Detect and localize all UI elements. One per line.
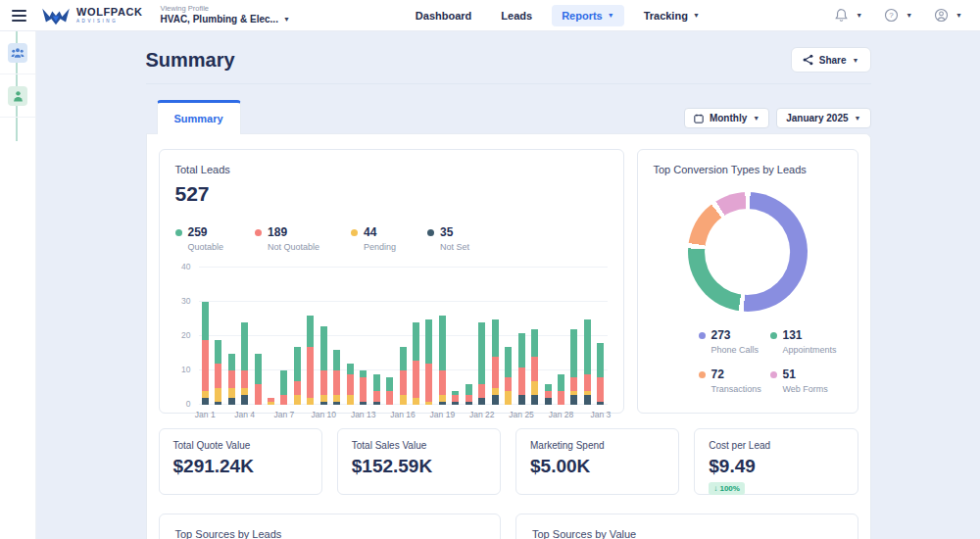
bar-segment-not-quotable <box>320 370 327 395</box>
legend-item-head: 189 <box>255 225 319 239</box>
x-tick-label: Jan 25 <box>509 410 534 419</box>
bar <box>531 329 538 405</box>
stat-label: Total Sales Value <box>352 440 486 451</box>
notifications-button[interactable]: ▼ <box>834 8 862 23</box>
bar-segment-not-set <box>597 402 604 406</box>
hamburger-menu-icon[interactable] <box>0 10 33 22</box>
legend-item-head: 51 <box>770 368 842 381</box>
legend-item-phone-calls: 273Phone Calls <box>699 328 770 355</box>
stat-card-total-sales-value: Total Sales Value$152.59K <box>337 428 501 495</box>
nav-item-reports[interactable]: Reports▼ <box>552 5 624 26</box>
bar-segment-not-quotable <box>452 395 459 402</box>
bar-day-5 <box>251 268 264 405</box>
legend-item-quotable: 259Quotable <box>175 225 224 252</box>
legend-label: Web Forms <box>783 384 842 394</box>
bar-segment-not-quotable <box>215 364 221 388</box>
legend-dot <box>770 332 777 339</box>
legend-dot <box>699 332 706 339</box>
sidebar-item-profile[interactable] <box>8 86 27 106</box>
viewing-profile-dropdown[interactable]: Viewing Profile HVAC, Plumbing & Elec...… <box>161 5 290 24</box>
bar-segment-not-quotable <box>228 370 235 388</box>
bar <box>255 354 262 406</box>
bar <box>425 319 432 406</box>
chevron-down-icon: ▼ <box>906 12 912 19</box>
bar-segment-quotable <box>202 302 209 340</box>
legend-item-head: 273 <box>699 328 770 342</box>
top-navbar: WOLFPACK ADVISING Viewing Profile HVAC, … <box>0 0 980 31</box>
bar-day-30 <box>581 268 594 405</box>
bar-segment-pending <box>531 381 538 395</box>
x-tick-label: Jan 13 <box>351 410 376 419</box>
card-top-sources-by-leads: Top Sources by Leads <box>159 514 502 539</box>
legend-item-head: 72 <box>699 368 770 381</box>
sidebar-item-company[interactable] <box>8 43 27 63</box>
legend-label: Pending <box>364 242 396 252</box>
summary-panel: Total Leads 527 259Quotable189Not Quotab… <box>146 133 871 539</box>
trend-badge: ↓ 100% <box>709 482 745 495</box>
share-label: Share <box>819 55 847 66</box>
bar-segment-pending <box>505 391 512 405</box>
month-dropdown[interactable]: January 2025 ▼ <box>776 108 870 128</box>
y-tick-label: 40 <box>181 262 190 271</box>
bar <box>518 333 525 406</box>
bar-segment-quotable <box>255 354 262 385</box>
bar-segment-quotable <box>466 384 472 395</box>
x-tick-label: Jan 16 <box>390 410 416 419</box>
bar <box>545 384 552 405</box>
bar-day-26 <box>528 268 541 405</box>
bar-segment-pending <box>241 388 248 395</box>
help-button[interactable]: ? ▼ <box>884 8 912 23</box>
bar-segment-quotable <box>373 374 380 392</box>
tabs-row: Summary Monthly ▼ January 2025 ▼ <box>146 100 871 134</box>
bar-segment-not-quotable <box>360 377 367 402</box>
bar-segment-pending <box>320 395 327 402</box>
bar <box>360 370 367 405</box>
donut-hole <box>705 209 791 295</box>
bar-segment-not-quotable <box>478 384 485 398</box>
legend-label: Not Quotable <box>268 242 319 252</box>
share-icon <box>803 54 813 66</box>
bar-segment-not-quotable <box>505 377 512 391</box>
nav-item-tracking[interactable]: Tracking▼ <box>634 5 710 26</box>
calendar-icon <box>694 114 704 123</box>
bar-segment-pending <box>347 395 354 406</box>
tab-summary[interactable]: Summary <box>157 100 241 134</box>
y-tick-label: 10 <box>181 365 190 374</box>
bar-day-22: Jan 22 <box>475 268 488 405</box>
bar-day-28: Jan 28 <box>555 268 567 405</box>
bar-segment-quotable <box>558 374 564 392</box>
bar <box>307 316 314 405</box>
month-label: January 2025 <box>786 113 848 123</box>
bar-segment-not-quotable <box>333 370 340 395</box>
leads-legend: 259Quotable189Not Quotable44Pending35Not… <box>175 225 608 252</box>
bar-segment-not-quotable <box>307 347 314 399</box>
bar <box>478 322 485 405</box>
bar-segment-pending <box>492 388 499 395</box>
legend-dot <box>699 371 706 378</box>
bar-segment-not-set <box>545 398 552 405</box>
bar-segment-not-set <box>215 402 221 406</box>
bar-segment-quotable <box>492 319 499 358</box>
bar-segment-not-set <box>360 402 367 406</box>
bar-segment-not-quotable <box>492 357 499 388</box>
bar <box>294 347 301 406</box>
bar-segment-not-set <box>228 398 235 405</box>
legend-dot <box>175 229 182 236</box>
nav-item-dashboard[interactable]: Dashboard <box>406 5 481 26</box>
bar-day-24 <box>502 268 514 405</box>
period-dropdown[interactable]: Monthly ▼ <box>684 108 769 128</box>
bar-segment-pending <box>268 402 274 406</box>
bar-segment-quotable <box>570 329 577 377</box>
person-icon <box>13 90 24 102</box>
x-tick-label: Jan 7 <box>274 410 295 419</box>
share-button[interactable]: Share ▼ <box>791 47 871 73</box>
user-menu-button[interactable]: ▼ <box>934 8 962 23</box>
bar-day-13: Jan 13 <box>357 268 369 405</box>
wolfpack-logo[interactable]: WOLFPACK ADVISING <box>41 5 143 26</box>
legend-value: 35 <box>440 225 453 239</box>
bar-segment-not-set <box>373 402 380 406</box>
y-tick-label: 0 <box>186 399 191 409</box>
stat-value: $152.59K <box>352 456 486 477</box>
bar-segment-quotable <box>307 316 314 347</box>
nav-item-leads[interactable]: Leads <box>491 5 542 26</box>
